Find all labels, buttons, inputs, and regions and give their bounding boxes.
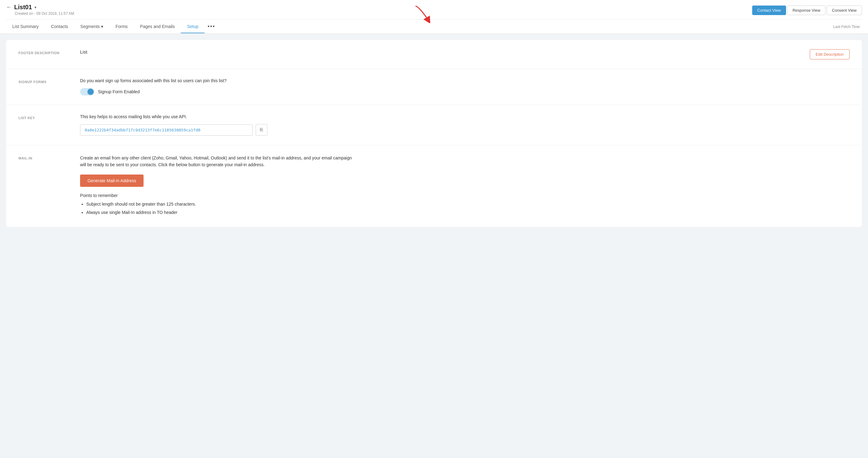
consent-view-button[interactable]: Consent View	[827, 5, 862, 15]
copy-key-button[interactable]: ⎘	[256, 124, 267, 136]
list-key-section: LIST KEY This key helps to access mailin…	[6, 105, 862, 145]
last-fetch-label: Last Fetch Time:	[833, 25, 862, 29]
created-on-label: Created on - 09 Oct 2019, 11:57 AM	[15, 11, 74, 17]
toggle-label: Signup Form Enabled	[98, 89, 140, 94]
point-1: Subject length should not be greater tha…	[86, 201, 849, 207]
mail-in-label: MAIL-IN	[19, 155, 68, 161]
signup-toggle-row: Signup Form Enabled	[80, 88, 849, 95]
edit-description-button[interactable]: Edit Description	[810, 49, 849, 59]
toggle-knob	[88, 89, 94, 95]
mail-in-description: Create an email from any other client (Z…	[80, 155, 357, 168]
segments-label: Segments	[81, 24, 100, 29]
footer-description-content: List	[80, 49, 798, 55]
signup-question-text: Do you want sign up forms associated wit…	[80, 78, 849, 83]
footer-description-value: List	[80, 49, 87, 55]
list-title: List01	[14, 4, 32, 11]
footer-description-label: FOOTER DESCRIPTION	[19, 49, 68, 56]
signup-form-toggle[interactable]	[80, 88, 94, 95]
points-to-remember-title: Points to remember	[80, 193, 849, 198]
list-key-input[interactable]	[80, 124, 253, 136]
list-key-content: This key helps to access mailing lists w…	[80, 114, 849, 136]
tab-forms[interactable]: Forms	[110, 20, 134, 33]
copy-icon: ⎘	[260, 127, 263, 133]
tab-list-summary[interactable]: List Summary	[6, 20, 45, 33]
mail-in-section: MAIL-IN Create an email from any other c…	[6, 145, 862, 227]
more-options-dots[interactable]: •••	[205, 20, 218, 34]
signup-forms-section: SIGNUP FORMS Do you want sign up forms a…	[6, 69, 862, 105]
navigation-tabs: List Summary Contacts Segments ▾ Forms P…	[6, 20, 862, 34]
footer-description-section: FOOTER DESCRIPTION List Edit Description	[6, 40, 862, 69]
back-button[interactable]: ←	[6, 4, 12, 10]
contact-view-button[interactable]: Contact View	[752, 5, 786, 15]
signup-forms-content: Do you want sign up forms associated wit…	[80, 78, 849, 95]
key-input-row: ⎘	[80, 124, 849, 136]
generate-mail-in-button[interactable]: Generate Mail-in Address	[80, 174, 144, 187]
points-list: Subject length should not be greater tha…	[80, 201, 849, 216]
signup-forms-label: SIGNUP FORMS	[19, 78, 68, 85]
list-key-label: LIST KEY	[19, 114, 68, 121]
view-buttons-group: Contact View Response View Consent View	[752, 5, 862, 15]
tab-segments[interactable]: Segments ▾	[74, 20, 110, 33]
title-dropdown-icon[interactable]: ▾	[34, 5, 36, 9]
list-key-description: This key helps to access mailing lists w…	[80, 114, 849, 119]
tab-setup[interactable]: Setup	[181, 20, 205, 33]
mail-in-content: Create an email from any other client (Z…	[80, 155, 849, 218]
segments-dropdown-icon: ▾	[101, 24, 103, 29]
tab-contacts[interactable]: Contacts	[45, 20, 74, 33]
response-view-button[interactable]: Response View	[787, 5, 826, 15]
tab-pages-and-emails[interactable]: Pages and Emails	[134, 20, 181, 33]
point-2: Always use single Mail-In address in TO …	[86, 209, 849, 216]
